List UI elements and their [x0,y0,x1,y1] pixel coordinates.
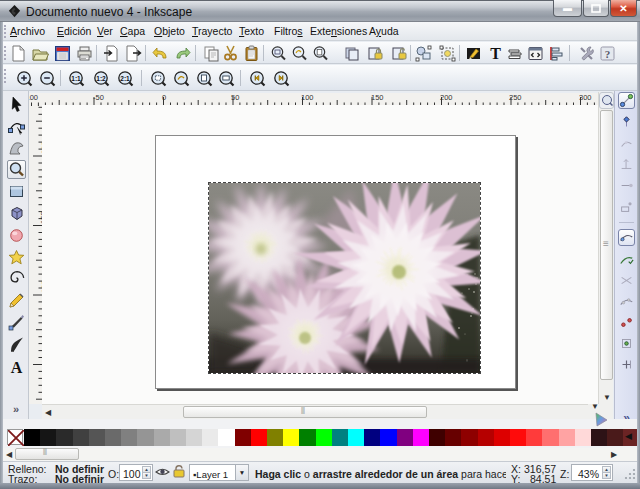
svg-text:A: A [11,358,23,375]
svg-text:150: 150 [371,93,384,102]
svg-text:1:1: 1:1 [71,74,81,81]
svg-text:-100: -100 [29,93,38,102]
svg-text:?: ? [604,48,610,60]
svg-text:50: 50 [231,93,239,102]
svg-text:0: 0 [162,93,166,102]
svg-text:300: 300 [579,93,592,102]
svg-text:100: 100 [301,93,314,102]
svg-text:T: T [490,45,501,62]
svg-text:1:2: 1:2 [96,74,106,81]
svg-text:-50: -50 [93,93,104,102]
svg-text:200: 200 [440,93,453,102]
svg-text:2:1: 2:1 [120,74,130,81]
svg-text:250: 250 [509,93,522,102]
